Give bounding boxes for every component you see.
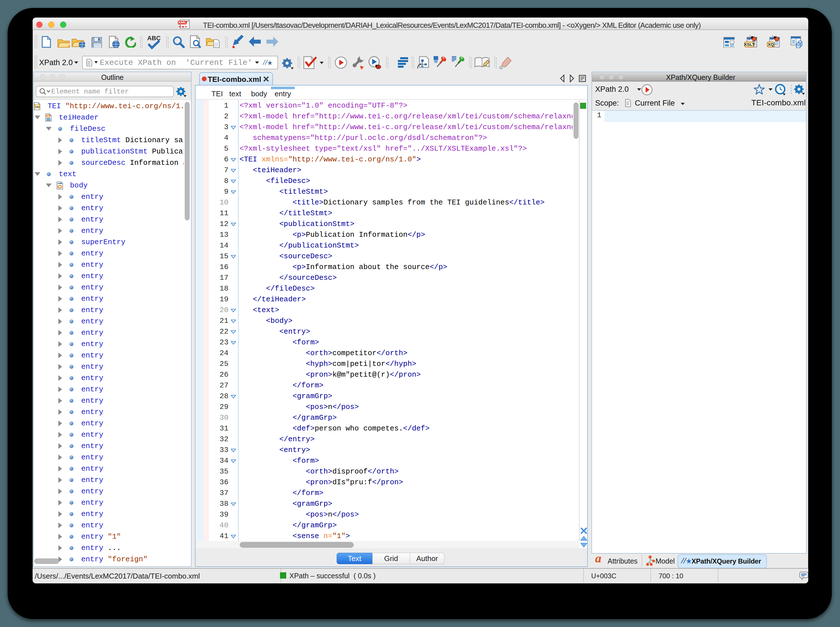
svg-text:<●>: <●> <box>178 24 187 28</box>
svg-text:XML: XML <box>178 20 187 24</box>
svg-text:XQ: XQ <box>768 42 774 47</box>
svg-text:XSLT: XSLT <box>744 42 755 47</box>
svg-text:TEI: TEI <box>35 106 39 108</box>
